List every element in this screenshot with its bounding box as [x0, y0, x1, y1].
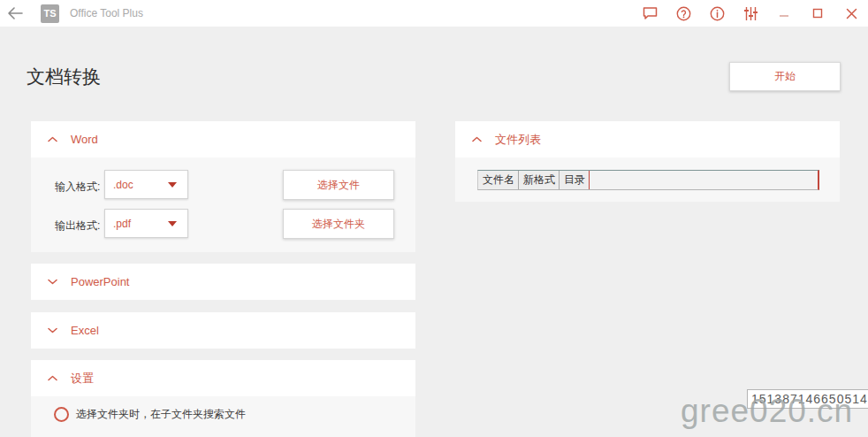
minimize-button[interactable]: [767, 0, 801, 27]
section-word-header[interactable]: Word: [31, 121, 415, 157]
close-button[interactable]: [834, 0, 868, 27]
chevron-up-icon: [472, 136, 482, 142]
section-word: Word 输入格式: .doc 选择文件 输出格式: .pdf 选择文件夹: [31, 121, 415, 252]
minimize-icon: [779, 8, 789, 19]
input-format-dropdown[interactable]: .doc: [104, 170, 188, 199]
column-header-directory[interactable]: 目录: [560, 171, 590, 189]
section-file-list-body: 文件名 新格式 目录: [455, 157, 840, 202]
sliders-icon: [743, 6, 758, 21]
section-word-title: Word: [71, 133, 98, 146]
section-file-list-header[interactable]: 文件列表: [455, 121, 840, 157]
settings-button[interactable]: [734, 0, 767, 27]
titlebar: TS Office Tool Plus: [0, 0, 868, 27]
select-file-button[interactable]: 选择文件: [283, 170, 394, 200]
column-header-newformat[interactable]: 新格式: [519, 171, 560, 189]
app-logo-icon: TS: [41, 4, 59, 23]
file-list-grid: 文件名 新格式 目录: [477, 170, 819, 190]
chat-bubble-icon: [643, 6, 658, 20]
section-settings-body: 选择文件夹时，在子文件夹搜索文件: [31, 396, 415, 437]
output-format-label: 输出格式:: [55, 218, 100, 234]
chevron-down-icon: [168, 182, 177, 188]
back-arrow-icon: [7, 7, 23, 19]
input-format-label: 输入格式:: [55, 180, 100, 195]
start-button[interactable]: 开始: [729, 62, 841, 91]
help-button[interactable]: [666, 0, 700, 27]
feedback-button[interactable]: [633, 0, 666, 27]
section-powerpoint: PowerPoint: [31, 264, 415, 300]
section-excel-title: Excel: [71, 324, 99, 337]
chevron-down-icon: [48, 327, 57, 334]
info-button[interactable]: [700, 0, 734, 27]
close-icon: [846, 8, 857, 19]
maximize-icon: [812, 8, 823, 19]
chevron-down-icon: [48, 279, 57, 285]
output-format-dropdown[interactable]: .pdf: [104, 209, 188, 238]
input-format-value: .doc: [113, 179, 168, 191]
section-settings-title: 设置: [71, 371, 94, 387]
section-powerpoint-title: PowerPoint: [71, 275, 129, 288]
page-title: 文档转换: [27, 65, 101, 89]
chevron-up-icon: [48, 375, 57, 381]
section-excel-header[interactable]: Excel: [31, 312, 415, 349]
column-header-filename[interactable]: 文件名: [478, 171, 519, 189]
output-format-value: .pdf: [113, 218, 168, 230]
back-button[interactable]: [0, 0, 30, 27]
section-word-body: 输入格式: .doc 选择文件 输出格式: .pdf 选择文件夹: [31, 157, 415, 252]
titlebar-actions: [633, 0, 868, 27]
info-icon: [710, 6, 725, 21]
grid-empty-area: [590, 171, 818, 189]
subfolder-option-label: 选择文件夹时，在子文件夹搜索文件: [76, 407, 246, 422]
section-settings-header[interactable]: 设置: [31, 360, 415, 396]
subfolder-option-row: 选择文件夹时，在子文件夹搜索文件: [54, 407, 246, 422]
section-file-list-title: 文件列表: [495, 132, 541, 148]
chevron-down-icon: [168, 221, 177, 226]
section-settings: 设置 选择文件夹时，在子文件夹搜索文件: [31, 360, 415, 437]
section-powerpoint-header[interactable]: PowerPoint: [31, 264, 415, 300]
watermark-text: gree020.cn: [681, 393, 853, 430]
section-file-list: 文件列表 文件名 新格式 目录: [455, 121, 840, 202]
section-excel: Excel: [31, 312, 415, 349]
maximize-button[interactable]: [801, 0, 834, 27]
app-title: Office Tool Plus: [70, 7, 143, 19]
select-folder-button[interactable]: 选择文件夹: [283, 209, 394, 239]
subfolder-radio[interactable]: [54, 407, 69, 422]
chevron-up-icon: [48, 136, 57, 142]
help-icon: [676, 6, 691, 21]
